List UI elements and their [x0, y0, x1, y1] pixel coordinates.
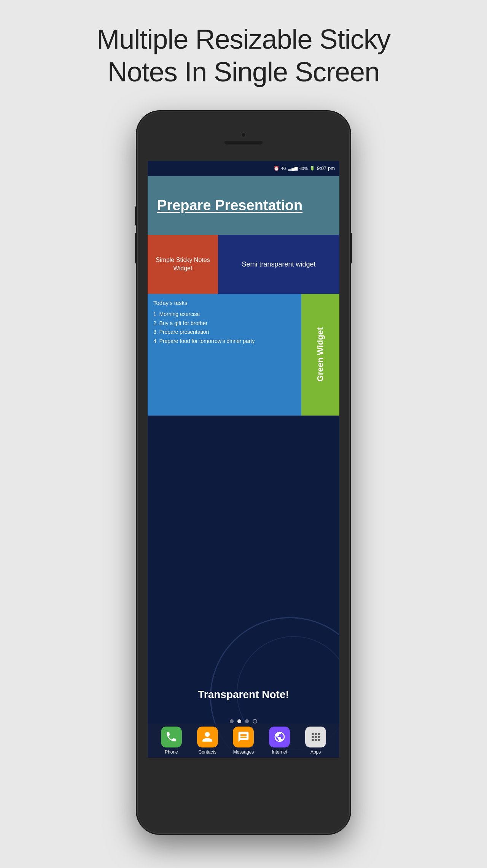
volume-up-button [135, 206, 137, 225]
dock-item-internet[interactable]: Internet [269, 727, 290, 755]
phone-mockup: ⏰ 4G ▂▄▆ 60% 🔋 9:07 pm [137, 111, 350, 834]
status-icons: ⏰ 4G ▂▄▆ 60% 🔋 9:07 pm [274, 165, 335, 171]
contacts-app-label: Contacts [199, 749, 216, 755]
phone-app-icon [161, 727, 182, 747]
network-icon: 4G [281, 166, 287, 171]
note-prepare-text: Prepare Presentation [157, 197, 302, 214]
internet-icon [274, 731, 286, 743]
note-prepare[interactable]: Prepare Presentation [148, 176, 339, 235]
contacts-app-icon [197, 727, 218, 747]
phone-icon [165, 731, 177, 743]
speaker [224, 141, 263, 144]
signal-icon: ▂▄▆ [288, 166, 298, 171]
apps-app-icon [305, 727, 326, 747]
phone-shell: ⏰ 4G ▂▄▆ 60% 🔋 9:07 pm [137, 111, 350, 834]
note-red[interactable]: Simple Sticky Notes Widget [148, 235, 218, 294]
note-red-text: Simple Sticky Notes Widget [151, 256, 214, 273]
volume-down-button [135, 233, 137, 263]
page-title: Multiple Resizable Sticky Notes In Singl… [97, 23, 390, 89]
battery-text: 60% [299, 166, 308, 171]
note-darkblue-text: Semi transparent widget [242, 260, 315, 268]
nav-dot-3 [245, 719, 249, 723]
tasks-list: 1. Morning exercise 2. Buy a gift for br… [153, 310, 296, 346]
internet-app-icon [269, 727, 290, 747]
messages-app-label: Messages [233, 749, 254, 755]
messages-icon [237, 731, 250, 743]
widgets-area: Prepare Presentation Simple Sticky Notes… [148, 176, 339, 758]
note-green-text: Green Widget [315, 327, 325, 382]
apps-app-label: Apps [310, 749, 321, 755]
front-camera [241, 132, 246, 138]
phone-dock: Phone Contacts [148, 724, 339, 758]
note-blue-tasks[interactable]: Today's tasks 1. Morning exercise 2. Buy… [148, 294, 301, 416]
battery-icon: 🔋 [310, 166, 315, 171]
nav-dot-4 [253, 719, 257, 724]
internet-app-label: Internet [272, 749, 287, 755]
note-darkblue[interactable]: Semi transparent widget [218, 235, 339, 294]
screen-content: Prepare Presentation Simple Sticky Notes… [148, 176, 339, 758]
note-green[interactable]: Green Widget [301, 294, 339, 416]
apps-icon [310, 731, 322, 743]
clock: 9:07 pm [317, 165, 335, 171]
status-bar: ⏰ 4G ▂▄▆ 60% 🔋 9:07 pm [148, 161, 339, 176]
tasks-title: Today's tasks [153, 300, 296, 306]
dock-item-phone[interactable]: Phone [161, 727, 182, 755]
phone-app-label: Phone [165, 749, 178, 755]
dock-item-contacts[interactable]: Contacts [197, 727, 218, 755]
dock-item-messages[interactable]: Messages [233, 727, 254, 755]
nav-dot-1 [230, 719, 234, 723]
nav-dots [148, 719, 339, 724]
contacts-icon [201, 731, 213, 743]
alarm-icon: ⏰ [274, 166, 279, 171]
messages-app-icon [233, 727, 254, 747]
nav-dot-2 [237, 719, 241, 723]
phone-top-bar [224, 132, 263, 144]
power-button [350, 233, 352, 263]
transparent-note: Transparent Note! [148, 689, 339, 701]
dock-item-apps[interactable]: Apps [305, 727, 326, 755]
phone-screen: ⏰ 4G ▂▄▆ 60% 🔋 9:07 pm [148, 161, 339, 758]
